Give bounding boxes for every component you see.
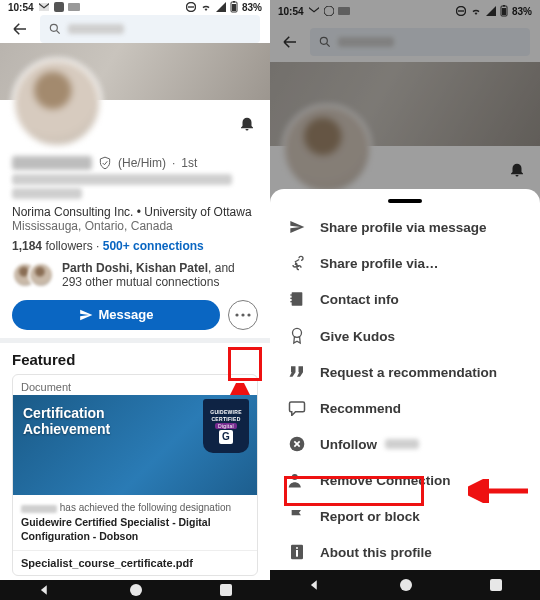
sheet-item-info[interactable]: About this profile — [270, 534, 540, 570]
search-input[interactable] — [40, 15, 260, 43]
svg-point-7 — [50, 24, 57, 31]
annotation-box-report — [284, 476, 424, 506]
svg-point-9 — [235, 313, 238, 316]
back-button[interactable] — [280, 32, 300, 52]
search-input[interactable] — [310, 28, 530, 56]
sheet-item-share[interactable]: Share profile via… — [270, 245, 540, 281]
screenshot-left: 10:54 83% — [0, 0, 270, 600]
featured-filename: Specialist_course_certificate.pdf — [13, 550, 257, 575]
battery-icon — [500, 5, 508, 17]
cover-photo — [0, 43, 270, 100]
gmail-icon — [38, 2, 50, 12]
sheet-item-label: Unfollow — [320, 437, 377, 452]
wifi-icon — [470, 6, 482, 16]
svg-rect-16 — [338, 7, 350, 15]
info-icon — [288, 544, 306, 560]
svg-rect-21 — [503, 5, 505, 7]
sheet-item-kudos[interactable]: Give Kudos — [270, 317, 540, 355]
featured-card[interactable]: Document Certification Achievement GUIDE… — [12, 374, 258, 575]
gmail-icon — [308, 6, 320, 16]
search-text-blurred — [68, 24, 124, 34]
profile-name-blurred — [12, 156, 92, 170]
sheet-item-label: About this profile — [320, 545, 432, 560]
app-badge2-icon — [68, 3, 80, 11]
facepile — [12, 262, 54, 288]
mutuals-names: Parth Doshi, Kishan Patel — [62, 261, 208, 275]
nav-home-icon[interactable] — [129, 583, 143, 597]
recommend-icon — [288, 400, 306, 416]
sheet-item-label: Share profile via message — [320, 220, 487, 235]
kudos-icon — [288, 327, 306, 345]
wifi-icon — [200, 2, 212, 12]
svg-point-15 — [324, 6, 334, 16]
svg-rect-5 — [232, 4, 236, 11]
notification-bell-button[interactable] — [236, 112, 258, 134]
verified-shield-icon — [98, 156, 112, 170]
contact-icon — [288, 291, 306, 307]
sheet-grab-handle[interactable] — [388, 199, 422, 203]
featured-heading: Featured — [12, 351, 258, 368]
header-row — [0, 15, 270, 43]
app-badge-icon — [54, 2, 64, 12]
status-bar: 10:54 83% — [270, 0, 540, 22]
signal-icon — [216, 2, 226, 12]
flag-icon — [288, 508, 306, 524]
nav-home-icon[interactable] — [399, 578, 413, 592]
quote-icon — [288, 366, 306, 380]
sheet-item-unfollow[interactable]: Unfollow — [270, 426, 540, 462]
svg-rect-0 — [54, 2, 64, 12]
connections-link[interactable]: 500+ connections — [103, 239, 204, 253]
follow-line: 1,184 followers · 500+ connections — [12, 239, 258, 253]
sheet-item-send[interactable]: Share profile via message — [270, 209, 540, 245]
connection-degree: 1st — [181, 156, 197, 170]
status-battery: 83% — [242, 2, 262, 13]
chat-icon — [324, 6, 334, 16]
send-icon — [288, 219, 306, 235]
company-education: Norima Consulting Inc. • University of O… — [12, 205, 258, 219]
more-actions-button[interactable] — [228, 300, 258, 330]
actions-bottom-sheet: Share profile via messageShare profile v… — [270, 189, 540, 570]
profile-avatar[interactable] — [12, 58, 102, 148]
message-label: Message — [99, 307, 154, 322]
svg-point-28 — [293, 328, 302, 337]
profile-avatar[interactable] — [282, 104, 372, 194]
svg-point-10 — [241, 313, 244, 316]
sheet-item-quote[interactable]: Request a recommendation — [270, 355, 540, 390]
back-button[interactable] — [10, 19, 30, 39]
battery-icon — [230, 1, 238, 13]
dnd-icon — [456, 6, 466, 16]
pronouns: (He/Him) — [118, 156, 166, 170]
unfollow-icon — [288, 436, 306, 452]
message-button[interactable]: Message — [12, 300, 220, 330]
send-icon — [79, 308, 93, 322]
nav-back-icon[interactable] — [38, 583, 52, 597]
guidewire-logo-icon: G — [219, 430, 233, 444]
featured-description: has achieved the following designation G… — [13, 495, 257, 549]
featured-image: Certification Achievement GUIDEWIRE CERT… — [13, 395, 257, 495]
cover-photo — [270, 62, 540, 146]
svg-point-22 — [320, 37, 327, 44]
svg-point-33 — [296, 547, 298, 549]
sheet-item-contact[interactable]: Contact info — [270, 281, 540, 317]
svg-rect-24 — [292, 292, 303, 305]
annotation-arrow-report — [468, 479, 532, 503]
sheet-item-recommend[interactable]: Recommend — [270, 390, 540, 426]
nav-recent-icon[interactable] — [490, 579, 502, 591]
signal-icon — [486, 6, 496, 16]
svg-rect-6 — [233, 1, 235, 3]
sheet-item-label: Contact info — [320, 292, 399, 307]
sheet-item-label: Request a recommendation — [320, 365, 497, 380]
svg-rect-20 — [502, 8, 506, 15]
mutual-connections[interactable]: Parth Doshi, Kishan Patel, and 293 other… — [12, 261, 258, 290]
android-nav-bar — [270, 570, 540, 600]
nav-back-icon[interactable] — [308, 578, 322, 592]
nav-recent-icon[interactable] — [220, 584, 232, 596]
svg-rect-1 — [68, 3, 80, 11]
status-time: 10:54 — [8, 2, 34, 13]
svg-rect-34 — [296, 550, 298, 557]
share-icon — [288, 255, 306, 271]
sheet-item-label: Report or block — [320, 509, 420, 524]
notification-bell-button[interactable] — [506, 158, 528, 180]
dnd-icon — [186, 2, 196, 12]
sheet-item-label: Share profile via… — [320, 256, 439, 271]
